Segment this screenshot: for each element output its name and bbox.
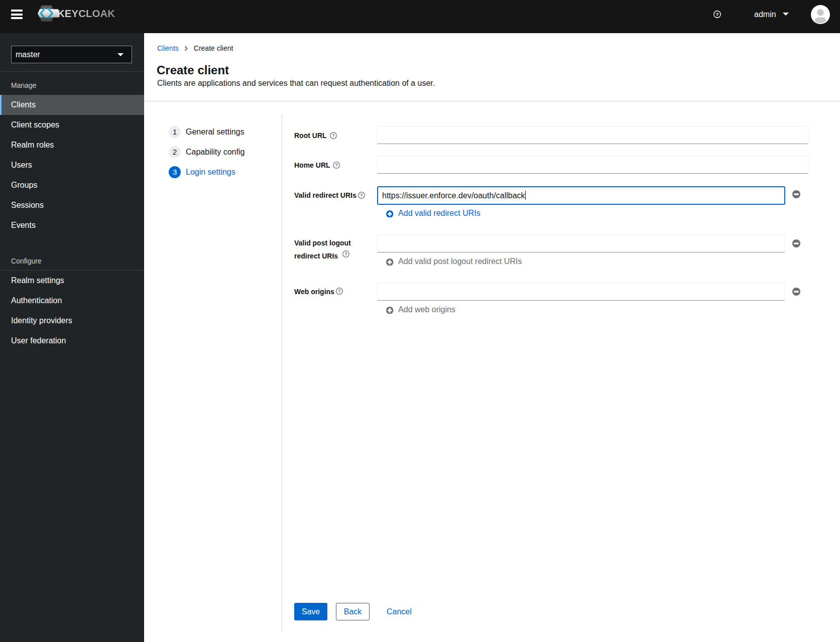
svg-text:?: ?: [360, 192, 363, 198]
svg-text:?: ?: [344, 251, 347, 256]
svg-text:?: ?: [332, 133, 335, 138]
svg-text:?: ?: [715, 12, 718, 17]
svg-text:?: ?: [338, 288, 341, 294]
svg-text:?: ?: [335, 162, 338, 168]
